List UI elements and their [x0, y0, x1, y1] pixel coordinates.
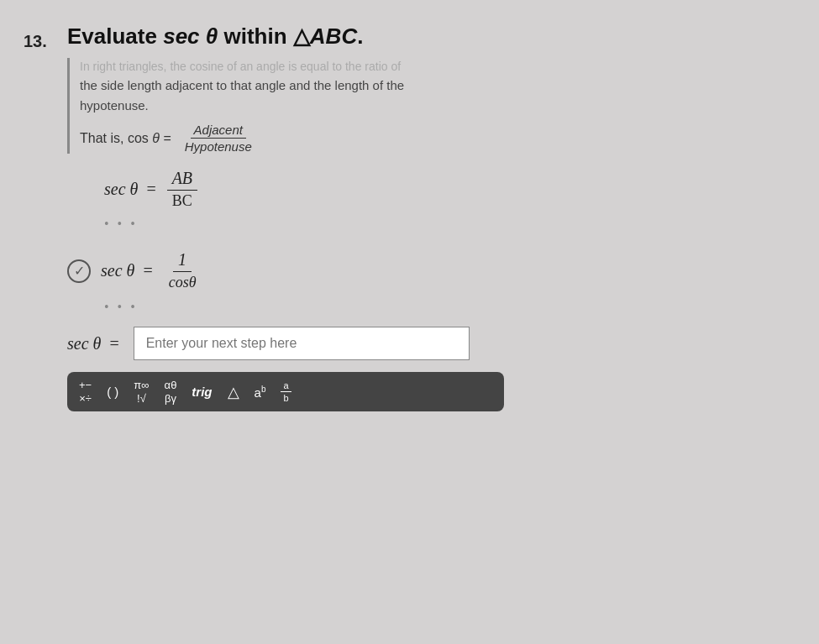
- title-prefix: Evaluate: [67, 24, 163, 49]
- next-step-input[interactable]: [134, 327, 470, 360]
- adjacent-label: Adjacent: [191, 123, 246, 139]
- page-container: 13. Evaluate sec θ within △ABC. In right…: [0, 0, 819, 644]
- problem-title: Evaluate sec θ within △ABC.: [67, 24, 756, 50]
- problem-number: 13.: [24, 32, 47, 51]
- hint-line1: the side length adjacent to that angle a…: [80, 76, 756, 96]
- cos-formula-label: That is, cos θ =: [80, 131, 171, 146]
- beta-gamma-label: βγ: [165, 392, 176, 406]
- step1-formula: sec θ = AB BC: [67, 169, 756, 210]
- fraction-button[interactable]: a b: [281, 380, 291, 403]
- hint-line2: hypotenuse.: [80, 96, 756, 116]
- ab-over-bc: AB BC: [167, 169, 197, 210]
- checkmark: ✓: [74, 263, 85, 279]
- hint-faded: In right triangles, the cosine of an ang…: [80, 58, 756, 76]
- fraction-denominator: b: [281, 392, 291, 403]
- arithmetic-button[interactable]: +− ×÷: [79, 379, 92, 405]
- fraction-icon: a b: [281, 380, 291, 403]
- dots1: • • •: [104, 217, 756, 232]
- main-content: Evaluate sec θ within △ABC. In right tri…: [67, 24, 756, 411]
- triangle-icon: △: [228, 383, 239, 401]
- cos-theta-text: cos θ: [169, 274, 197, 291]
- step2-label: sec θ =: [101, 261, 157, 280]
- adjacent-over-hypotenuse: Adjacent Hypotenuse: [181, 123, 255, 154]
- input-row: sec θ =: [67, 327, 756, 360]
- power-button[interactable]: ab: [255, 385, 266, 400]
- hypotenuse-label: Hypotenuse: [181, 139, 255, 154]
- math-toolbar: +− ×÷ ( ) π∞ !√ αθ βγ: [67, 372, 504, 411]
- one-numerator: 1: [173, 250, 192, 272]
- trig-label: trig: [192, 385, 212, 399]
- fraction-numerator: a: [281, 380, 291, 392]
- bc-denominator: BC: [167, 191, 197, 210]
- ab-numerator: AB: [167, 169, 197, 191]
- cos-formula-line: That is, cos θ = Adjacent Hypotenuse: [80, 123, 756, 154]
- step2-formula: sec θ = 1 cos θ: [101, 250, 202, 291]
- dots2: • • •: [104, 300, 756, 315]
- power-label: ab: [255, 385, 266, 400]
- costheta-denominator: cos θ: [164, 272, 202, 291]
- plus-minus-label: +−: [79, 379, 92, 392]
- pi-sqrt-button[interactable]: π∞ !√: [134, 379, 149, 405]
- alpha-theta-label: αθ: [165, 379, 177, 392]
- triangle-button[interactable]: △: [228, 383, 239, 401]
- bang-sqrt-label: !√: [137, 392, 146, 406]
- times-div-label: ×÷: [79, 392, 92, 406]
- one-over-costheta: 1 cos θ: [164, 250, 202, 291]
- step2-row: ✓ sec θ = 1 cos θ: [67, 250, 756, 291]
- parentheses-button[interactable]: ( ): [107, 385, 118, 399]
- step1-label: sec θ =: [104, 180, 160, 199]
- trig-button[interactable]: trig: [192, 385, 212, 399]
- check-icon: ✓: [67, 259, 91, 283]
- title-suffix: within △ABC.: [224, 24, 364, 49]
- pi-inf-label: π∞: [134, 379, 149, 392]
- hint-box: In right triangles, the cosine of an ang…: [67, 58, 756, 154]
- paren-label: ( ): [107, 385, 118, 399]
- title-sec: sec θ: [163, 24, 218, 49]
- input-label: sec θ =: [67, 334, 123, 353]
- greek-button[interactable]: αθ βγ: [165, 379, 177, 405]
